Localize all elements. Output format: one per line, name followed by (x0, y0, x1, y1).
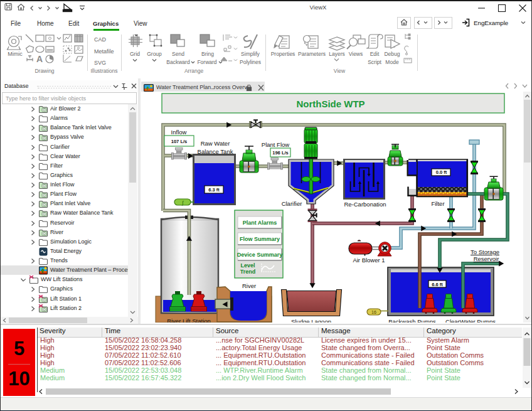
svg-text:Grid: Grid (130, 51, 140, 57)
svg-text:River: River (242, 282, 256, 289)
svg-text:View: View (334, 68, 346, 74)
svg-text:Air Blower 1: Air Blower 1 (353, 257, 385, 264)
svg-text:EngExample: EngExample (474, 19, 508, 26)
svg-text:Views: Views (349, 51, 363, 57)
svg-text:Bring: Bring (201, 51, 214, 57)
svg-text:Mimic: Mimic (8, 51, 23, 57)
svg-text:River Lift Station: River Lift Station (167, 318, 211, 323)
svg-text:Parameters: Parameters (298, 51, 326, 57)
svg-text:Plant Alarms: Plant Alarms (243, 220, 277, 226)
svg-text:Backward: Backward (166, 59, 190, 65)
svg-text:Plant Flow: Plant Flow (262, 141, 289, 148)
svg-text:16: 16 (371, 310, 376, 314)
svg-text:Inflow: Inflow (171, 129, 187, 136)
svg-text:To Storage: To Storage (471, 248, 499, 255)
svg-text:Arrange: Arrange (184, 68, 204, 74)
svg-text:Drawing: Drawing (35, 68, 54, 74)
svg-text:Trend: Trend (240, 269, 256, 275)
svg-text:196 L/s: 196 L/s (272, 150, 288, 156)
svg-text:Device Summary: Device Summary (237, 252, 283, 258)
svg-text:Reservoir: Reservoir (474, 255, 499, 262)
svg-text:Script: Script (368, 59, 381, 65)
svg-text:Forward: Forward (197, 59, 216, 65)
svg-text:CAD: CAD (94, 36, 107, 43)
svg-text:0.0 ft: 0.0 ft (436, 169, 447, 175)
svg-text:Mode: Mode (385, 59, 399, 65)
svg-text:SVG: SVG (94, 60, 106, 66)
svg-text:Polylines: Polylines (240, 59, 261, 65)
svg-text:NorthSide WTP: NorthSide WTP (296, 99, 364, 109)
svg-text:Flow Summary: Flow Summary (240, 236, 280, 242)
svg-text:Simplify: Simplify (241, 51, 260, 57)
svg-text:107 L/s: 107 L/s (171, 139, 187, 144)
svg-text:Edit: Edit (370, 51, 380, 57)
svg-text:6.6 ft: 6.6 ft (432, 282, 443, 287)
svg-text:Illustrations: Illustrations (91, 68, 118, 74)
svg-text:Raw Water: Raw Water (201, 140, 230, 147)
svg-text:6.3 ft: 6.3 ft (208, 187, 220, 193)
svg-text:Level: Level (240, 262, 255, 269)
svg-text:Re-Carbonation: Re-Carbonation (344, 201, 386, 208)
svg-text:A: A (36, 54, 43, 64)
svg-text:Properties: Properties (271, 51, 295, 57)
svg-text:Layers: Layers (329, 51, 345, 57)
svg-text:Sludge Lagoon: Sludge Lagoon (291, 318, 331, 323)
svg-text:Backwash Pumps: Backwash Pumps (388, 318, 436, 323)
svg-text:ClearWater Pumps: ClearWater Pumps (445, 318, 496, 323)
svg-text:Clarifier: Clarifier (282, 200, 302, 207)
svg-text:Send: Send (172, 51, 184, 57)
svg-text:Metafile: Metafile (94, 48, 114, 55)
svg-text:Group: Group (147, 51, 162, 57)
svg-text:Filter: Filter (431, 200, 444, 207)
svg-text:Balance Tank: Balance Tank (198, 148, 233, 155)
svg-text:Debug: Debug (384, 51, 400, 57)
svg-text:ViewX: ViewX (310, 4, 327, 11)
